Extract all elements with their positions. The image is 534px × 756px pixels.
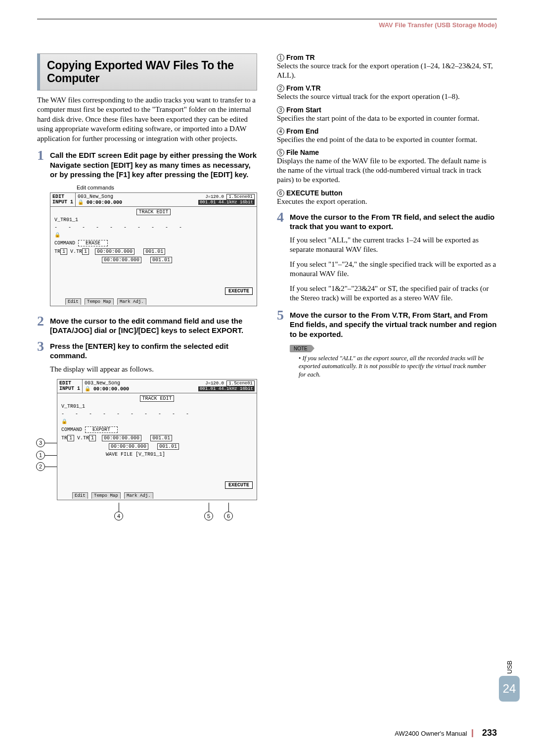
- chapter-number: 24: [499, 676, 520, 702]
- step-3: 3 Press the [ENTER] key to confirm the s…: [37, 339, 257, 361]
- callout-4: 4: [114, 512, 123, 520]
- step-3-body: The display will appear as follows.: [37, 365, 257, 375]
- chapter-label: USB: [506, 657, 513, 678]
- callout-5: 5: [204, 512, 213, 520]
- edit-screen-export: EDIT INPUT 1 003_New_Song 🔒 00:00:00.000…: [57, 379, 257, 500]
- def-from-start: 3From Start Specifies the start point of…: [277, 106, 497, 123]
- intro-paragraph: The WAV files corresponding to the audio…: [37, 95, 257, 144]
- header-rule: [37, 19, 497, 19]
- execute-button: EXECUTE: [225, 481, 253, 489]
- command-export: EXPORT: [85, 426, 118, 433]
- step-4-body-3: If you select "1&2"–"23&24" or ST, the s…: [277, 284, 497, 303]
- left-column: Copying Exported WAV Files To the Comput…: [37, 53, 257, 530]
- chapter-tab: USB 24: [498, 663, 520, 702]
- step-text: Move the cursor to the edit command fiel…: [50, 314, 257, 335]
- step-1: 1 Call the EDIT screen Edit page by eith…: [37, 148, 257, 180]
- callout-1: 1: [36, 451, 45, 460]
- execute-button: EXECUTE: [225, 287, 253, 295]
- footer-divider: [472, 729, 473, 737]
- step-4: 4 Move the cursor to the From TR field, …: [277, 210, 497, 232]
- section-heading: Copying Exported WAV Files To the Comput…: [37, 53, 257, 91]
- step-5: 5 Move the cursor to the From V.TR, From…: [277, 308, 497, 339]
- vtr-label: V_TR01_1: [54, 217, 253, 223]
- header-info: 003_New_Song 🔒 00:00:00.000 J=120.0 1.Sc…: [76, 193, 257, 206]
- def-execute-button: 6EXECUTE button Executes the export oper…: [277, 189, 497, 206]
- step-text: Move the cursor to the From TR field, an…: [290, 210, 497, 232]
- edit-screen-erase: EDIT INPUT 1 003_New_Song 🔒 00:00:00.000…: [50, 192, 257, 306]
- callout-6: 6: [224, 512, 233, 520]
- step-text: Call the EDIT screen Edit page by either…: [50, 148, 257, 180]
- step-4-body-2: If you select "1"–"24," the single speci…: [277, 260, 497, 279]
- step-4-body-1: If you select "ALL," the current tracks …: [277, 236, 497, 255]
- def-from-end: 4From End Specifies the end point of the…: [277, 127, 497, 144]
- note-badge: NOTE: [290, 345, 312, 352]
- screen-tabs: Edit Tempo Map Mark Adj.: [65, 298, 147, 305]
- step-text: Move the cursor to the From V.TR, From S…: [290, 308, 497, 339]
- def-from-vtr: 2From V.TR Selects the source virtual tr…: [277, 84, 497, 101]
- step-2: 2 Move the cursor to the edit command fi…: [37, 314, 257, 335]
- step-number: 1: [37, 148, 46, 162]
- page-footer: AW2400 Owner's Manual 233: [395, 728, 497, 738]
- figure-label: Edit commands: [37, 185, 257, 190]
- note-text: If you selected "ALL" as the export sour…: [277, 354, 497, 378]
- step-number: 3: [37, 339, 46, 353]
- edit-label: EDIT INPUT 1: [50, 193, 76, 206]
- step-number: 5: [277, 308, 286, 322]
- manual-title: AW2400 Owner's Manual: [395, 730, 467, 737]
- track-edit-label: TRACK EDIT: [136, 209, 170, 215]
- step-text: Press the [ENTER] key to confirm the sel…: [50, 339, 257, 361]
- def-file-name: 5File Name Displays the name of the WAV …: [277, 148, 497, 185]
- def-from-tr: 1From TR Selects the source track for th…: [277, 53, 497, 80]
- callout-3: 3: [36, 438, 45, 447]
- running-header: WAV File Transfer (USB Storage Mode): [37, 21, 497, 53]
- step-number: 4: [277, 210, 286, 224]
- right-column: 1From TR Selects the source track for th…: [277, 53, 497, 530]
- wave-file-label: WAVE FILE [V_TR01_1]: [61, 452, 253, 457]
- callout-2: 2: [36, 462, 45, 471]
- step-number: 2: [37, 314, 46, 328]
- edit-screen-export-wrap: 3 1 2 EDIT INPUT 1 003_New_Song 🔒 00:00:…: [37, 379, 257, 500]
- command-erase: ERASE: [78, 240, 108, 246]
- page-number: 233: [482, 728, 497, 738]
